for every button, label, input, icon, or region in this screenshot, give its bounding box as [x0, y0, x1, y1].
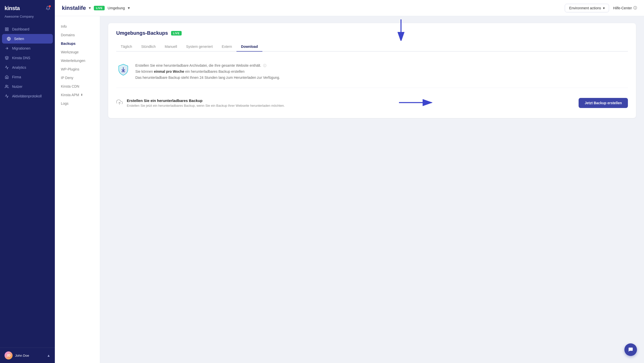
- svg-rect-3: [7, 29, 8, 31]
- avatar: JD: [5, 351, 13, 359]
- sidebar-item-nutzer[interactable]: Nutzer: [0, 82, 55, 91]
- info-text: Erstellen Sie eine herunterladbare Archi…: [135, 63, 280, 81]
- sub-nav-werkzeuge-label: Werkzeuge: [61, 50, 79, 54]
- sub-nav-ip-deny-label: IP Deny: [61, 76, 73, 80]
- user-footer[interactable]: JD John Doe ▲: [0, 348, 55, 363]
- sidebar-item-aktivitaeten[interactable]: Aktivitätenprotokoll: [0, 91, 55, 101]
- tab-system[interactable]: System generiert: [182, 42, 217, 52]
- nutzer-icon: [5, 84, 9, 89]
- hilfe-label: Hilfe-Center: [613, 6, 632, 10]
- seiten-icon: [7, 37, 11, 41]
- sub-nav-wp-plugins-label: WP-Plugins: [61, 67, 79, 71]
- sidebar-item-aktivitaeten-label: Aktivitätenprotokoll: [12, 94, 42, 98]
- backup-live-badge: LIVE: [171, 31, 182, 35]
- backup-card: Umgebungs-Backups LIVE Täglich Stündlich…: [108, 23, 636, 118]
- tab-taeglich[interactable]: Täglich: [116, 42, 137, 52]
- info-circle-icon: ⓘ: [633, 6, 637, 10]
- sub-nav-ip-deny[interactable]: IP Deny: [55, 74, 100, 82]
- sidebar-item-kinsta-dns-label: Kinsta DNS: [12, 56, 30, 60]
- sidebar-item-migrationen-label: Migrationen: [12, 46, 30, 50]
- tab-stuendlich[interactable]: Stündlich: [137, 42, 160, 52]
- sub-nav-info-label: Info: [61, 24, 67, 28]
- tab-manuell[interactable]: Manuell: [160, 42, 182, 52]
- top-header: kinstalife ▾ LIVE Umgebung ▾ Environment…: [55, 0, 644, 16]
- aktivitaeten-icon: [5, 94, 9, 98]
- kinsta-dns-icon: [5, 56, 9, 60]
- backup-header: Umgebungs-Backups LIVE: [116, 30, 628, 36]
- firma-icon: [5, 75, 9, 79]
- sub-nav-kinsta-cdn[interactable]: Kinsta CDN: [55, 82, 100, 91]
- chevron-down-icon: ▾: [603, 6, 605, 10]
- main-area: kinstalife ▾ LIVE Umgebung ▾ Environment…: [55, 0, 644, 363]
- info-circle-icon-small: ⓘ: [263, 64, 266, 67]
- sidebar-item-seiten-label: Seiten: [14, 37, 24, 41]
- sub-nav-weiterleitungen-label: Weiterleitungen: [61, 59, 85, 63]
- sub-nav-logs-label: Logs: [61, 101, 68, 105]
- page-main: Umgebungs-Backups LIVE Täglich Stündlich…: [100, 16, 644, 363]
- sidebar-item-analytics[interactable]: Analytics: [0, 63, 55, 72]
- env-label: Umgebung: [108, 6, 125, 10]
- header-right: Environment actions ▾ Hilfe-Center ⓘ: [565, 4, 637, 12]
- hilfe-center-link[interactable]: Hilfe-Center ⓘ: [613, 6, 637, 10]
- logo: kinsta: [5, 5, 20, 12]
- sub-nav-kinsta-apm-label: Kinsta APM: [61, 93, 79, 97]
- live-badge: LIVE: [94, 6, 104, 10]
- upload-cloud-icon: [116, 99, 123, 107]
- sub-nav-domains-label: Domains: [61, 33, 75, 37]
- sub-nav-backups[interactable]: Backups: [55, 39, 100, 48]
- site-dropdown-btn[interactable]: ▾: [89, 6, 91, 10]
- sub-nav-logs[interactable]: Logs: [55, 99, 100, 108]
- sidebar-item-migrationen[interactable]: Migrationen: [0, 44, 55, 53]
- tab-extern[interactable]: Extern: [217, 42, 236, 52]
- sidebar-item-nutzer-label: Nutzer: [12, 85, 22, 89]
- sidebar-item-dashboard-label: Dashboard: [12, 27, 29, 31]
- sidebar-item-firma-label: Firma: [12, 75, 21, 79]
- svg-point-7: [6, 85, 7, 86]
- sub-nav-weiterleitungen[interactable]: Weiterleitungen: [55, 56, 100, 65]
- info-line1: Erstellen Sie eine herunterladbare Archi…: [135, 63, 280, 69]
- sidebar: kinsta Awesome Company Dashboard Seiten: [0, 0, 55, 363]
- svg-rect-0: [5, 28, 7, 29]
- sub-sidebar: Info Domains Backups Werkzeuge Weiterlei…: [55, 16, 100, 363]
- sidebar-item-kinsta-dns[interactable]: Kinsta DNS: [0, 53, 55, 63]
- env-actions-button[interactable]: Environment actions ▾: [565, 4, 609, 12]
- sidebar-item-dashboard[interactable]: Dashboard: [0, 24, 55, 34]
- sub-nav-wp-plugins[interactable]: WP-Plugins: [55, 65, 100, 74]
- company-name: Awesome Company: [0, 14, 55, 22]
- migrationen-icon: [5, 46, 9, 51]
- tab-download[interactable]: Download: [236, 42, 262, 52]
- svg-rect-1: [7, 28, 8, 29]
- sub-nav-domains[interactable]: Domains: [55, 31, 100, 39]
- sub-nav-kinsta-apm[interactable]: Kinsta APM ⬆: [55, 91, 100, 99]
- action-title: Erstellen Sie ein herunterladbares Backu…: [127, 98, 285, 103]
- info-line3: Das herunterladbare Backup steht Ihnen 2…: [135, 75, 280, 81]
- content-area: Info Domains Backups Werkzeuge Weiterlei…: [55, 16, 644, 363]
- action-text: Erstellen Sie ein herunterladbares Backu…: [127, 98, 285, 107]
- upgrade-icon: ⬆: [80, 93, 83, 97]
- backup-tabs: Täglich Stündlich Manuell System generie…: [116, 42, 628, 52]
- action-left: Erstellen Sie ein herunterladbares Backu…: [116, 98, 285, 107]
- backup-info-icon: [116, 63, 130, 77]
- sub-nav-info[interactable]: Info: [55, 22, 100, 31]
- analytics-icon: [5, 65, 9, 70]
- sidebar-nav: Dashboard Seiten Migrationen Kinsta DNS …: [0, 22, 55, 348]
- sidebar-item-firma[interactable]: Firma: [0, 72, 55, 82]
- notification-dot: [49, 5, 51, 7]
- create-backup-button[interactable]: Jetzt Backup erstellen: [579, 98, 628, 108]
- notification-bell[interactable]: [46, 6, 50, 11]
- sub-nav-backups-label: Backups: [61, 42, 75, 46]
- sidebar-item-seiten[interactable]: Seiten: [2, 34, 53, 44]
- chat-button[interactable]: [624, 343, 637, 356]
- sidebar-logo-area: kinsta: [0, 0, 55, 14]
- env-actions-label: Environment actions: [569, 6, 601, 10]
- site-name: kinstalife: [62, 5, 86, 11]
- sub-nav-kinsta-cdn-label: Kinsta CDN: [61, 84, 79, 88]
- env-dropdown-btn[interactable]: ▾: [128, 6, 130, 10]
- action-desc: Erstellen Sie jetzt ein herunterladbares…: [127, 104, 285, 107]
- backup-title: Umgebungs-Backups: [116, 30, 168, 36]
- action-section: Erstellen Sie ein herunterladbares Backu…: [116, 95, 628, 111]
- svg-marker-6: [5, 56, 8, 58]
- dashboard-icon: [5, 27, 9, 31]
- sub-nav-werkzeuge[interactable]: Werkzeuge: [55, 48, 100, 56]
- chevron-up-icon: ▲: [47, 353, 50, 357]
